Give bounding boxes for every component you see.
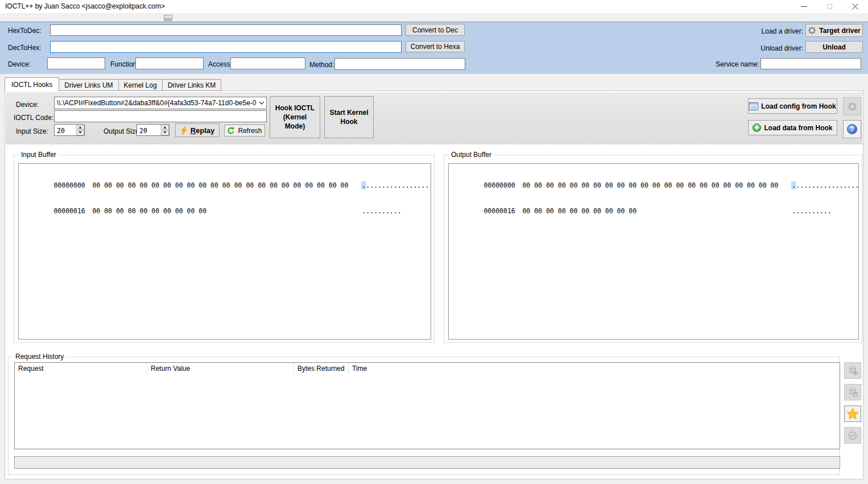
unload-button[interactable]: Unload <box>805 41 863 53</box>
database-add-icon <box>848 366 858 375</box>
history-add-button[interactable] <box>844 362 861 379</box>
column-header-return-value[interactable]: Return Value <box>147 363 294 375</box>
close-button[interactable] <box>842 0 868 13</box>
output-size-label: Output Size: <box>104 127 141 135</box>
refresh-label: Refresh <box>238 127 262 135</box>
start-kernel-hook-button[interactable]: Start Kernel Hook <box>324 96 374 138</box>
method-input[interactable] <box>334 58 465 70</box>
request-history-header: Request Return Value Bytes Returned Time <box>15 363 840 375</box>
dec-to-hex-input[interactable] <box>50 41 402 53</box>
triangle-up-icon <box>78 126 82 129</box>
load-data-label: Load data from Hook <box>764 124 832 132</box>
function-label: Function: <box>110 60 138 68</box>
input-size-label: Input Size: <box>16 127 48 135</box>
refresh-button[interactable]: Refresh <box>224 125 265 136</box>
output-size-value[interactable] <box>137 125 160 135</box>
window-controls <box>791 0 868 13</box>
replay-label: Replay <box>191 126 215 135</box>
service-name-input[interactable] <box>760 58 861 69</box>
output-buffer-title: Output Buffer <box>449 151 494 159</box>
tab-ioctl-hooks[interactable]: IOCTL Hooks <box>5 77 59 91</box>
spin-up-button[interactable] <box>162 125 169 130</box>
remove-circle-icon <box>848 431 857 440</box>
progress-bar <box>14 456 840 469</box>
convert-to-hexa-button[interactable]: Convert to Hexa <box>406 41 465 52</box>
target-driver-button[interactable]: Target driver <box>805 24 863 37</box>
tab-driver-links-um[interactable]: Driver Links UM <box>59 79 118 91</box>
triangle-up-icon <box>163 126 167 129</box>
panel-collapse-grip[interactable] <box>164 15 172 21</box>
column-header-request[interactable]: Request <box>15 363 147 375</box>
triangle-down-icon <box>163 131 167 134</box>
tab-kernel-log[interactable]: Kernel Log <box>118 79 163 91</box>
input-buffer-title: Input Buffer <box>19 151 59 159</box>
hook-ioctl-button[interactable]: Hook IOCTL (Kernel Mode) <box>270 96 320 138</box>
config-list-icon <box>749 102 758 110</box>
hex-bytes: 00 00 00 00 00 00 00 00 00 00 00 00 00 0… <box>522 181 779 190</box>
column-header-bytes-returned[interactable]: Bytes Returned <box>294 363 349 375</box>
ioctl-code-input[interactable] <box>54 110 267 122</box>
access-label: Access: <box>208 60 232 68</box>
hex-offset: 00000000 <box>483 181 515 190</box>
settings-button[interactable] <box>843 97 861 115</box>
spin-up-button[interactable] <box>77 125 84 130</box>
hex-ascii: ...................... <box>792 181 859 190</box>
target-driver-label: Target driver <box>819 27 860 35</box>
output-size-spin-buttons <box>160 125 169 135</box>
input-size-value[interactable] <box>55 125 76 135</box>
maximize-button[interactable] <box>817 0 842 13</box>
column-header-time[interactable]: Time <box>349 363 840 375</box>
hex-to-dec-input[interactable] <box>50 24 402 36</box>
output-buffer-groupbox: Output Buffer 0000000000 00 00 00 00 00 … <box>444 155 862 343</box>
unload-label: Unload <box>822 43 846 51</box>
device-combobox[interactable]: \\.\ACPI#FixedButton#2&daba3ff&0#{4afa3d… <box>54 97 267 109</box>
history-save-button[interactable] <box>844 384 861 400</box>
hex-to-dec-label: HexToDec: <box>8 27 42 35</box>
hex-bytes: 00 00 00 00 00 00 00 00 00 00 00 00 00 0… <box>92 181 349 190</box>
hex-ascii: .......... <box>362 207 401 216</box>
request-history-list[interactable]: Request Return Value Bytes Returned Time <box>14 362 840 449</box>
minimize-button[interactable] <box>791 0 817 13</box>
access-input[interactable] <box>230 57 305 69</box>
window-title: IOCTL++ by Juan Sacco <jsacco@exploitpac… <box>5 2 165 10</box>
hex-offset: 00000016 <box>483 207 515 216</box>
spin-down-button[interactable] <box>162 130 169 135</box>
hex-row: 0000000000 00 00 00 00 00 00 00 00 00 00… <box>452 173 858 198</box>
dec-to-hex-label: DecToHex: <box>8 44 42 52</box>
device-combobox-value: \\.\ACPI#FixedButton#2&daba3ff&0#{4afa3d… <box>55 99 257 107</box>
input-buffer-groupbox: Input Buffer 0000000000 00 00 00 00 00 0… <box>14 155 435 343</box>
hex-offset: 00000016 <box>53 207 85 216</box>
load-driver-label: Load a driver: <box>762 27 803 35</box>
method-label: Method: <box>309 61 334 69</box>
hex-ascii: .......... <box>792 207 831 216</box>
convert-to-dec-label: Convert to Dec <box>412 26 458 34</box>
hex-row: 0000000000 00 00 00 00 00 00 00 00 00 00… <box>22 173 431 198</box>
start-kernel-hook-label: Start Kernel Hook <box>326 108 372 126</box>
input-size-spin-buttons <box>76 125 84 135</box>
load-config-from-hook-button[interactable]: Load config from Hook <box>748 98 837 114</box>
chevron-down-icon <box>257 101 266 105</box>
tab-strip: IOCTL Hooks Driver Links UM Kernel Log D… <box>5 77 221 91</box>
history-remove-button[interactable] <box>844 427 861 444</box>
load-data-from-hook-button[interactable]: Load data from Hook <box>748 120 837 135</box>
function-input[interactable] <box>135 57 204 69</box>
hex-bytes: 00 00 00 00 00 00 00 00 00 00 <box>522 207 779 216</box>
help-button[interactable]: ? <box>843 120 861 138</box>
hex-row: 0000001600 00 00 00 00 00 00 00 00 00...… <box>452 198 858 224</box>
hook-ioctl-label: Hook IOCTL (Kernel Mode) <box>273 104 317 131</box>
input-buffer-hex-editor[interactable]: 0000000000 00 00 00 00 00 00 00 00 00 00… <box>18 163 431 340</box>
tab-driver-links-km[interactable]: Driver Links KM <box>162 79 222 91</box>
replay-button[interactable]: Replay <box>175 123 220 137</box>
unload-driver-label: Unload driver: <box>760 44 803 52</box>
convert-to-dec-button[interactable]: Convert to Dec <box>406 24 465 36</box>
app-window: IOCTL++ by Juan Sacco <jsacco@exploitpac… <box>0 0 868 484</box>
history-favorite-button[interactable] <box>844 406 861 422</box>
output-size-stepper <box>137 124 170 136</box>
device-input[interactable] <box>47 57 105 69</box>
service-name-label: Service name: <box>716 60 759 68</box>
output-buffer-hex-editor[interactable]: 0000000000 00 00 00 00 00 00 00 00 00 00… <box>448 163 859 340</box>
spin-down-button[interactable] <box>77 130 84 135</box>
request-history-title: Request History <box>13 353 66 361</box>
lightning-bolt-icon <box>180 126 188 135</box>
request-history-groupbox: Request History Request Return Value Byt… <box>8 357 840 475</box>
